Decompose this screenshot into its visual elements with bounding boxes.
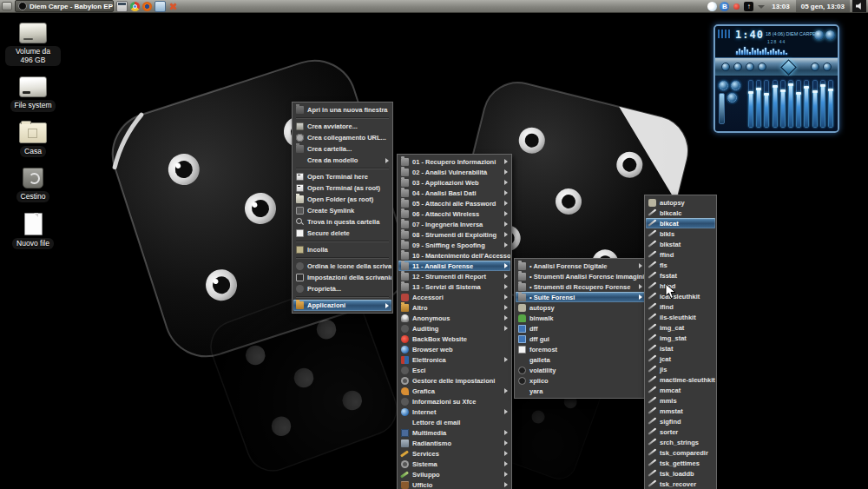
- menu-item[interactable]: 09 - Sniffing e Spoofing: [398, 240, 510, 250]
- menu-item[interactable]: xplico: [516, 375, 645, 386]
- menu-item[interactable]: Incolla: [293, 244, 391, 255]
- menu-item[interactable]: Impostazioni della scrivania...: [293, 272, 391, 283]
- menu-item[interactable]: srch_strings: [646, 437, 715, 447]
- menu-item[interactable]: 02 - Analisi Vulnerabilità: [398, 167, 510, 177]
- menu-item[interactable]: mmls: [646, 395, 715, 406]
- window-icon[interactable]: [116, 1, 128, 12]
- eq-slider[interactable]: [788, 80, 793, 128]
- show-desktop-icon[interactable]: [2, 2, 12, 10]
- cloud-icon[interactable]: [707, 2, 717, 11]
- menu-item[interactable]: autopsy: [646, 197, 715, 208]
- panel-datetime[interactable]: 05 gen, 13:03: [796, 0, 850, 12]
- menu-item[interactable]: Grafica: [398, 386, 510, 396]
- menu-item[interactable]: Informazioni su Xfce: [398, 396, 510, 406]
- menu-item[interactable]: Secure delete: [293, 228, 391, 239]
- menu-item[interactable]: 07 - Ingegneria Inversa: [398, 219, 510, 229]
- menu-item[interactable]: Esci: [398, 365, 510, 375]
- menu-item[interactable]: blkstat: [646, 239, 715, 249]
- menu-item[interactable]: tsk_loaddb: [646, 468, 715, 479]
- audio-player-window[interactable]: 1:40 18 (4:06) DIEM CARPE - BABL 128 44: [713, 24, 839, 133]
- menu-item[interactable]: 01 - Recupero Informazioni: [398, 156, 510, 167]
- menu-item[interactable]: • Strumenti Analisi Forense Immagini: [516, 271, 645, 281]
- menu-item[interactable]: fsstat: [646, 270, 715, 281]
- menu-item[interactable]: 03 - Applicazioni Web: [398, 177, 510, 188]
- stop-button[interactable]: [758, 63, 766, 71]
- menu-item[interactable]: • Suite Forensi: [516, 292, 645, 302]
- menu-item[interactable]: blkcat: [646, 218, 715, 228]
- chevron-down-icon[interactable]: [756, 2, 766, 11]
- menu-item[interactable]: mmcat: [646, 385, 715, 395]
- menu-item[interactable]: foremost: [516, 344, 645, 354]
- menu-item[interactable]: ifind: [646, 301, 715, 312]
- desktop-icon[interactable]: Nuovo file: [5, 213, 61, 249]
- menu-item[interactable]: mmstat: [646, 406, 715, 416]
- eq-auto-button[interactable]: [731, 81, 740, 90]
- desktop-icon[interactable]: Volume da 496 GB: [5, 23, 61, 66]
- menu-item[interactable]: 10 - Mantenimento dell'Accesso: [398, 250, 510, 261]
- menu-item[interactable]: Radiantismo: [398, 438, 510, 448]
- menu-item[interactable]: Crea avviatore...: [293, 121, 391, 132]
- bluetooth-icon[interactable]: [720, 2, 729, 11]
- menu-item[interactable]: hfind: [646, 281, 715, 291]
- menu-item[interactable]: 04 - Analisi Basi Dati: [398, 188, 510, 198]
- menu-item[interactable]: Gestore delle impostazioni: [398, 375, 510, 386]
- menu-item[interactable]: fls: [646, 260, 715, 270]
- menu-item[interactable]: Open Folder (as root): [293, 194, 391, 205]
- eq-slider[interactable]: [748, 80, 753, 128]
- menu-item[interactable]: 06 - Attacchi Wireless: [398, 208, 510, 219]
- desktop-icon[interactable]: Cestino: [5, 168, 61, 202]
- menu-item[interactable]: • Strumenti di Recupero Forense: [516, 281, 645, 292]
- eq-slider[interactable]: [764, 80, 769, 128]
- menu-item[interactable]: dff: [516, 323, 645, 334]
- files-icon[interactable]: [155, 1, 166, 12]
- menu-item[interactable]: Anonymous: [398, 313, 510, 323]
- menu-item[interactable]: img_stat: [646, 333, 715, 343]
- record-icon[interactable]: [733, 3, 740, 10]
- menu-item[interactable]: binwalk: [516, 313, 645, 323]
- menu-item[interactable]: Applicazioni: [293, 300, 391, 311]
- chrome-icon[interactable]: [130, 2, 140, 11]
- menu-item[interactable]: 05 - Attacchi alle Password: [398, 198, 510, 208]
- panel-clock[interactable]: 13:03: [772, 3, 789, 10]
- menu-item[interactable]: Crea da modello: [293, 155, 391, 166]
- menu-item[interactable]: sorter: [646, 426, 715, 437]
- menu-item[interactable]: Open Terminal (as root): [293, 182, 391, 194]
- volume-indicator[interactable]: [852, 0, 866, 12]
- firefox-icon[interactable]: [142, 2, 152, 11]
- menu-item[interactable]: Elettronica: [398, 354, 510, 365]
- desktop-icon[interactable]: Casa: [5, 122, 61, 157]
- menu-item[interactable]: blkls: [646, 228, 715, 239]
- next-button[interactable]: [811, 63, 819, 71]
- menu-item[interactable]: BackBox Website: [398, 334, 510, 344]
- menu-item[interactable]: Create Symlink: [293, 205, 391, 216]
- menu-item[interactable]: tsk_recover: [646, 479, 715, 489]
- menu-item[interactable]: galleta: [516, 354, 645, 365]
- eq-preset-button[interactable]: [727, 93, 737, 102]
- menu-item[interactable]: autopsy: [516, 302, 645, 313]
- eject-button[interactable]: [823, 63, 832, 71]
- menu-item[interactable]: Browser web: [398, 344, 510, 354]
- keyboard-icon[interactable]: [744, 2, 753, 11]
- prev-button[interactable]: [721, 63, 730, 71]
- menu-item[interactable]: istat: [646, 343, 715, 354]
- menu-item[interactable]: 12 - Strumenti di Report: [398, 271, 510, 281]
- eq-slider[interactable]: [796, 80, 801, 128]
- menu-item[interactable]: jcat: [646, 354, 715, 364]
- menu-item[interactable]: tsk_comparedir: [646, 447, 715, 458]
- menu-item[interactable]: Lettore di email: [398, 417, 510, 427]
- eq-slider[interactable]: [773, 80, 778, 128]
- menu-item[interactable]: dff gui: [516, 334, 645, 344]
- menu-item[interactable]: Ufficio: [398, 479, 510, 489]
- menu-item[interactable]: mactime-sleuthkit: [646, 374, 715, 385]
- menu-item[interactable]: Ordina le icone della scrivania: [293, 261, 391, 272]
- menu-item[interactable]: Open Terminal here: [293, 171, 391, 182]
- menu-item[interactable]: ils-sleuthkit: [646, 312, 715, 322]
- menu-item[interactable]: Crea collegamento URL...: [293, 132, 391, 143]
- menu-item[interactable]: sigfind: [646, 416, 715, 426]
- preamp-slider[interactable]: [719, 93, 725, 124]
- taskbar-window-button[interactable]: Diem Carpe - Babylon EP - ...: [15, 0, 114, 12]
- menu-item[interactable]: Trova in questa cartella: [293, 216, 391, 228]
- play-button[interactable]: [733, 63, 742, 71]
- eq-slider[interactable]: [780, 80, 786, 128]
- menu-item[interactable]: tsk_gettimes: [646, 458, 715, 468]
